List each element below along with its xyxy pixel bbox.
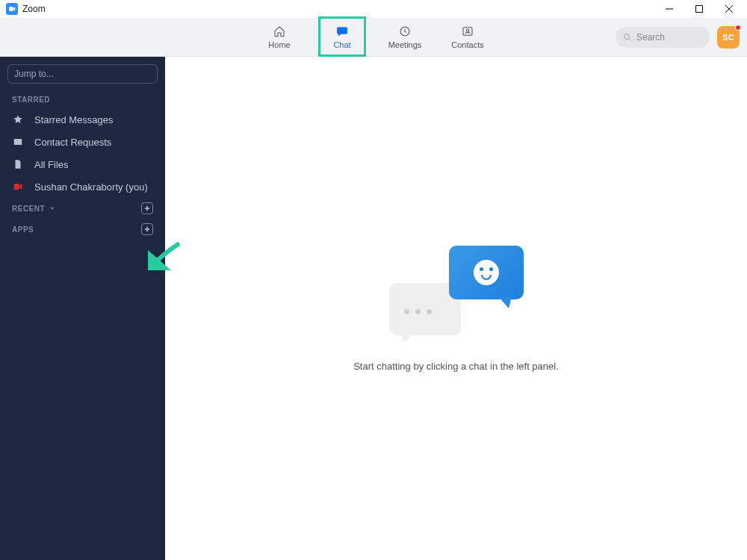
section-recent-header[interactable]: RECENT [0, 198, 165, 219]
svg-point-6 [466, 29, 468, 31]
sidebar: Jump to... STARRED Starred Messages Cont… [0, 57, 165, 560]
section-label: RECENT [12, 205, 45, 213]
nav-label: Meetings [388, 40, 422, 49]
empty-state-text: Start chatting by clicking a chat in the… [353, 361, 559, 372]
avatar-initials: SC [722, 33, 734, 42]
svg-rect-9 [14, 139, 22, 145]
section-apps-header[interactable]: APPS [0, 219, 165, 240]
chat-empty-state: Start chatting by clicking a chat in the… [165, 57, 747, 560]
sidebar-item-label: Contact Requests [34, 137, 111, 148]
window-title: Zoom [22, 4, 46, 14]
section-label: APPS [12, 225, 34, 234]
status-dot-icon [735, 25, 741, 31]
sidebar-item-label: Sushan Chakraborty (you) [34, 181, 148, 193]
nav-label: Chat [333, 40, 350, 49]
chevron-down-icon [49, 205, 55, 211]
nav-home[interactable]: Home [258, 19, 300, 55]
section-starred-header[interactable]: STARRED [0, 91, 165, 108]
nav-meetings[interactable]: Meetings [384, 19, 426, 55]
sidebar-item-label: All Files [34, 159, 69, 170]
contact-card-icon [12, 136, 24, 148]
nav-chat[interactable]: Chat [321, 19, 363, 55]
nav-label: Contacts [451, 40, 483, 49]
sidebar-item-starred-messages[interactable]: Starred Messages [0, 108, 165, 131]
titlebar: Zoom [0, 0, 747, 18]
top-nav: Home Chat Meetings Contacts Search SC [0, 18, 747, 57]
nav-label: Home [268, 40, 290, 49]
svg-point-7 [624, 34, 630, 39]
add-recent-button[interactable] [141, 202, 153, 214]
svg-rect-1 [696, 6, 703, 13]
maximize-button[interactable] [684, 0, 714, 18]
sidebar-item-label: Starred Messages [34, 114, 114, 125]
empty-chat-illustration [389, 246, 524, 335]
blue-chat-bubble-icon [449, 246, 524, 299]
section-label: STARRED [12, 96, 50, 104]
file-icon [12, 158, 24, 170]
search-input[interactable]: Search [616, 27, 710, 48]
sidebar-item-self-chat[interactable]: Sushan Chakraborty (you) [0, 175, 165, 198]
window-controls [654, 0, 744, 18]
jump-to-placeholder: Jump to... [14, 69, 54, 79]
chat-icon [335, 25, 349, 37]
search-icon [623, 33, 632, 42]
svg-line-8 [629, 38, 631, 40]
add-app-button[interactable] [141, 223, 153, 235]
nav-contacts[interactable]: Contacts [447, 19, 489, 55]
video-icon [12, 181, 24, 193]
search-placeholder: Search [636, 32, 665, 43]
star-icon [12, 113, 24, 125]
home-icon [273, 25, 286, 37]
minimize-button[interactable] [654, 0, 684, 18]
jump-to-input[interactable]: Jump to... [7, 64, 158, 84]
zoom-app-icon [6, 3, 18, 15]
close-button[interactable] [714, 0, 744, 18]
contacts-icon [461, 25, 474, 37]
profile-avatar[interactable]: SC [717, 26, 740, 49]
sidebar-item-all-files[interactable]: All Files [0, 153, 165, 175]
clock-icon [398, 25, 412, 37]
sidebar-item-contact-requests[interactable]: Contact Requests [0, 131, 165, 153]
